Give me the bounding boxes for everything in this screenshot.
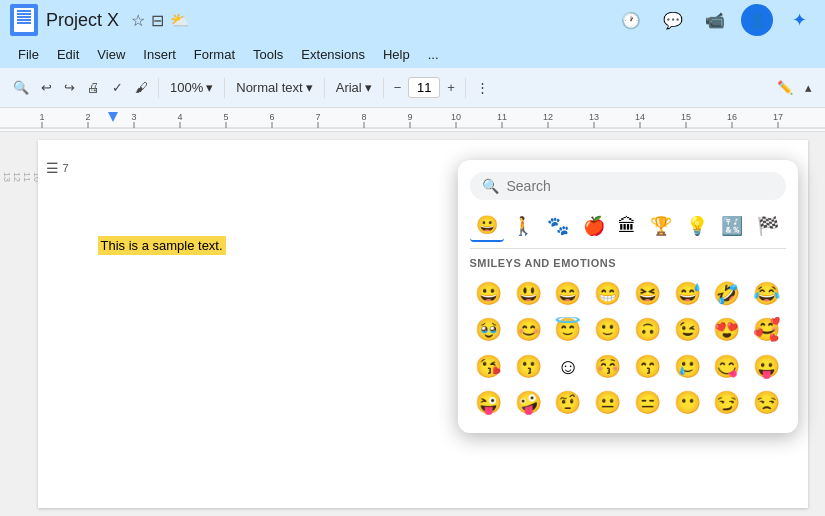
emoji-cat-travel[interactable]: 🏛 [612, 212, 642, 241]
svg-text:14: 14 [635, 112, 645, 122]
toolbar-separator-3 [324, 78, 325, 98]
doc-icon [10, 4, 38, 36]
emoji-item[interactable]: 😐 [589, 386, 627, 420]
svg-text:1: 1 [39, 112, 44, 122]
text-style-dropdown[interactable]: Normal text ▾ [230, 76, 318, 99]
search-replace-button[interactable]: 🔍 [8, 76, 34, 99]
more-toolbar-options[interactable]: ⋮ [471, 76, 494, 99]
emoji-item[interactable]: 🙂 [589, 313, 627, 347]
menu-tools[interactable]: Tools [245, 45, 291, 64]
spell-check-button[interactable]: ✓ [107, 76, 128, 99]
emoji-cat-smileys[interactable]: 😀 [470, 210, 504, 242]
history-button[interactable]: 🕐 [615, 4, 647, 36]
document-page: ☰ 7 This is a sample text. 🔍 😀 🚶 🐾 🍎 � [38, 140, 808, 508]
emoji-item[interactable]: 😛 [748, 350, 786, 384]
cloud-icon[interactable]: ⛅ [170, 11, 190, 30]
emoji-cat-objects[interactable]: 💡 [680, 211, 714, 241]
svg-text:9: 9 [407, 112, 412, 122]
font-size-decrease[interactable]: − [389, 76, 407, 99]
toolbar-separator-4 [383, 78, 384, 98]
emoji-item[interactable]: 🤪 [509, 386, 547, 420]
magic-button[interactable]: ✦ [783, 4, 815, 36]
document-title[interactable]: Project X [46, 10, 119, 31]
svg-text:13: 13 [589, 112, 599, 122]
emoji-cat-symbols[interactable]: 🔣 [715, 211, 749, 241]
svg-text:3: 3 [131, 112, 136, 122]
emoji-cat-food[interactable]: 🍎 [577, 211, 611, 241]
folder-icon[interactable]: ⊟ [151, 11, 164, 30]
emoji-item[interactable]: 😍 [708, 313, 746, 347]
menu-extensions[interactable]: Extensions [293, 45, 373, 64]
emoji-item[interactable]: 😘 [470, 350, 508, 384]
pen-button[interactable]: ✏️ [772, 76, 798, 99]
emoji-item[interactable]: 😗 [509, 350, 547, 384]
emoji-item[interactable]: 🙃 [629, 313, 667, 347]
font-size-increase[interactable]: + [442, 76, 460, 99]
menu-edit[interactable]: Edit [49, 45, 87, 64]
emoji-item[interactable]: 😜 [470, 386, 508, 420]
document-page-wrapper[interactable]: ☰ 7 This is a sample text. 🔍 😀 🚶 🐾 🍎 � [20, 132, 825, 516]
emoji-item[interactable]: 🤣 [708, 277, 746, 311]
emoji-cat-flags[interactable]: 🏁 [751, 211, 785, 241]
emoji-item[interactable]: 😆 [629, 277, 667, 311]
emoji-item[interactable]: 😶 [668, 386, 706, 420]
emoji-cat-activities[interactable]: 🏆 [644, 211, 678, 241]
emoji-item[interactable]: 😚 [589, 350, 627, 384]
emoji-item[interactable]: 😇 [549, 313, 587, 347]
font-dropdown[interactable]: Arial ▾ [330, 76, 378, 99]
ruler: 1 2 3 4 5 6 7 8 9 10 11 12 13 1 [0, 108, 825, 132]
emoji-item[interactable]: 😀 [470, 277, 508, 311]
sample-text[interactable]: This is a sample text. [98, 236, 226, 255]
star-icon[interactable]: ☆ [131, 11, 145, 30]
emoji-grid: 😀 😃 😄 😁 😆 😅 🤣 😂 🥹 😊 😇 🙂 🙃 😉 😍 [470, 277, 786, 421]
zoom-dropdown[interactable]: 100% ▾ [164, 76, 219, 99]
menu-file[interactable]: File [10, 45, 47, 64]
svg-text:10: 10 [451, 112, 461, 122]
emoji-search-icon: 🔍 [482, 178, 499, 194]
font-chevron: ▾ [365, 80, 372, 95]
undo-button[interactable]: ↩ [36, 76, 57, 99]
emoji-item[interactable]: 🥲 [668, 350, 706, 384]
redo-button[interactable]: ↪ [59, 76, 80, 99]
svg-text:12: 12 [543, 112, 553, 122]
emoji-item[interactable]: 😊 [509, 313, 547, 347]
text-style-value: Normal text [236, 80, 302, 95]
emoji-item[interactable]: 😙 [629, 350, 667, 384]
paint-format-button[interactable]: 🖌 [130, 76, 153, 99]
emoji-item[interactable]: 😉 [668, 313, 706, 347]
emoji-item[interactable]: 😃 [509, 277, 547, 311]
menu-help[interactable]: Help [375, 45, 418, 64]
title-bar: Project X ☆ ⊟ ⛅ 🕐 💬 📹 👤 ✦ [0, 0, 825, 40]
page-number: 7 [63, 162, 69, 174]
emoji-item[interactable]: 🥹 [470, 313, 508, 347]
emoji-item[interactable]: 😂 [748, 277, 786, 311]
emoji-item[interactable]: 😁 [589, 277, 627, 311]
emoji-item[interactable]: 😅 [668, 277, 706, 311]
ruler-svg: 1 2 3 4 5 6 7 8 9 10 11 12 13 1 [0, 108, 825, 132]
emoji-cat-animals[interactable]: 🐾 [541, 211, 575, 241]
print-button[interactable]: 🖨 [82, 76, 105, 99]
emoji-item[interactable]: 🥰 [748, 313, 786, 347]
chat-button[interactable]: 💬 [657, 4, 689, 36]
emoji-item[interactable]: 🤨 [549, 386, 587, 420]
toolbar-separator-5 [465, 78, 466, 98]
svg-text:7: 7 [315, 112, 320, 122]
emoji-item[interactable]: 😑 [629, 386, 667, 420]
svg-text:15: 15 [681, 112, 691, 122]
emoji-item[interactable]: ☺️ [549, 350, 587, 384]
emoji-search-input[interactable] [507, 178, 774, 194]
menu-view[interactable]: View [89, 45, 133, 64]
menu-format[interactable]: Format [186, 45, 243, 64]
emoji-cat-people[interactable]: 🚶 [506, 211, 540, 241]
emoji-item[interactable]: 😏 [708, 386, 746, 420]
user-avatar[interactable]: 👤 [741, 4, 773, 36]
emoji-item[interactable]: 😄 [549, 277, 587, 311]
emoji-item[interactable]: 😒 [748, 386, 786, 420]
font-size-input[interactable] [408, 77, 440, 98]
video-call-button[interactable]: 📹 [699, 4, 731, 36]
menu-more[interactable]: ... [420, 45, 447, 64]
collapse-toolbar-button[interactable]: ▴ [800, 76, 817, 99]
title-icons: ☆ ⊟ ⛅ [131, 11, 190, 30]
emoji-item[interactable]: 😋 [708, 350, 746, 384]
menu-insert[interactable]: Insert [135, 45, 184, 64]
